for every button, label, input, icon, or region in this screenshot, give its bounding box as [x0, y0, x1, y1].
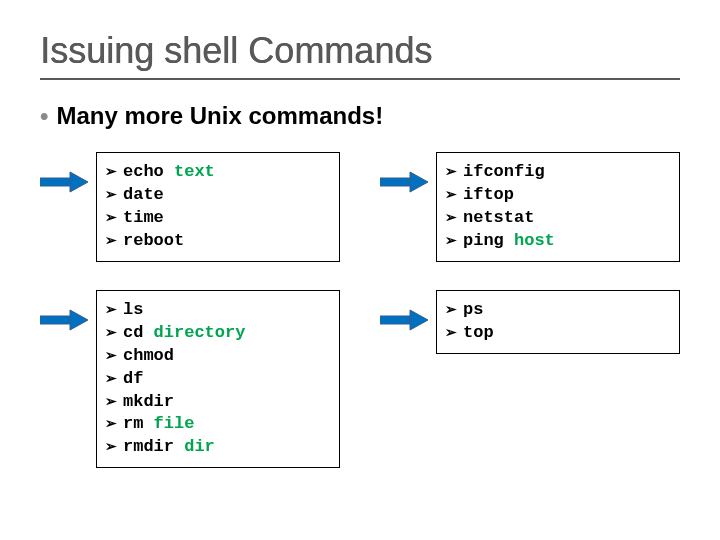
list-item: ➢rm file	[105, 413, 327, 436]
command-text: rm	[123, 413, 154, 436]
chevron-right-icon: ➢	[105, 185, 123, 204]
chevron-right-icon: ➢	[105, 231, 123, 250]
cell-1: ➢ifconfig➢iftop➢netstat➢ping host	[380, 152, 680, 262]
list-item: ➢cd directory	[105, 322, 327, 345]
command-text: mkdir	[123, 391, 174, 414]
chevron-right-icon: ➢	[105, 300, 123, 319]
list-item: ➢top	[445, 322, 667, 345]
subtitle-text: Many more Unix commands!	[56, 102, 383, 129]
list-item: ➢df	[105, 368, 327, 391]
cell-0: ➢echo text➢date➢time➢reboot	[40, 152, 340, 262]
arrow-icon	[40, 308, 88, 332]
chevron-right-icon: ➢	[105, 346, 123, 365]
svg-rect-6	[380, 316, 410, 324]
list-item: ➢ifconfig	[445, 161, 667, 184]
command-box: ➢ps➢top	[436, 290, 680, 354]
arrow-icon	[380, 308, 428, 332]
svg-marker-3	[410, 172, 428, 192]
command-text: top	[463, 322, 494, 345]
chevron-right-icon: ➢	[445, 231, 463, 250]
command-text: ifconfig	[463, 161, 545, 184]
arrow-icon	[380, 170, 428, 194]
list-item: ➢rmdir dir	[105, 436, 327, 459]
slide-subtitle: •Many more Unix commands!	[40, 102, 680, 130]
command-box: ➢echo text➢date➢time➢reboot	[96, 152, 340, 262]
chevron-right-icon: ➢	[445, 185, 463, 204]
bullet-dot: •	[40, 102, 48, 129]
list-item: ➢chmod	[105, 345, 327, 368]
list-item: ➢time	[105, 207, 327, 230]
argument-text: text	[174, 161, 215, 184]
list-item: ➢date	[105, 184, 327, 207]
chevron-right-icon: ➢	[445, 162, 463, 181]
list-item: ➢ping host	[445, 230, 667, 253]
list-item: ➢ps	[445, 299, 667, 322]
chevron-right-icon: ➢	[445, 208, 463, 227]
chevron-right-icon: ➢	[445, 323, 463, 342]
chevron-right-icon: ➢	[105, 392, 123, 411]
argument-text: dir	[184, 436, 215, 459]
chevron-right-icon: ➢	[105, 437, 123, 456]
command-text: ping	[463, 230, 514, 253]
cell-3: ➢ps➢top	[380, 290, 680, 469]
command-text: ls	[123, 299, 143, 322]
command-text: iftop	[463, 184, 514, 207]
svg-rect-0	[40, 178, 70, 186]
row-1: ➢echo text➢date➢time➢reboot ➢ifconfig➢if…	[40, 152, 680, 262]
slide-title: Issuing shell Commands	[40, 30, 680, 80]
chevron-right-icon: ➢	[105, 208, 123, 227]
chevron-right-icon: ➢	[105, 162, 123, 181]
arrow-icon	[40, 170, 88, 194]
cell-2: ➢ls➢cd directory➢chmod➢df➢mkdir➢rm file➢…	[40, 290, 340, 469]
list-item: ➢reboot	[105, 230, 327, 253]
command-text: df	[123, 368, 143, 391]
chevron-right-icon: ➢	[105, 323, 123, 342]
row-2: ➢ls➢cd directory➢chmod➢df➢mkdir➢rm file➢…	[40, 290, 680, 469]
command-text: ps	[463, 299, 483, 322]
list-item: ➢netstat	[445, 207, 667, 230]
chevron-right-icon: ➢	[105, 414, 123, 433]
command-text: date	[123, 184, 164, 207]
svg-marker-1	[70, 172, 88, 192]
chevron-right-icon: ➢	[445, 300, 463, 319]
svg-marker-5	[70, 310, 88, 330]
chevron-right-icon: ➢	[105, 369, 123, 388]
argument-text: file	[154, 413, 195, 436]
list-item: ➢echo text	[105, 161, 327, 184]
svg-rect-4	[40, 316, 70, 324]
list-item: ➢mkdir	[105, 391, 327, 414]
command-text: reboot	[123, 230, 184, 253]
svg-marker-7	[410, 310, 428, 330]
list-item: ➢iftop	[445, 184, 667, 207]
command-text: rmdir	[123, 436, 184, 459]
command-box: ➢ifconfig➢iftop➢netstat➢ping host	[436, 152, 680, 262]
argument-text: directory	[154, 322, 246, 345]
command-box: ➢ls➢cd directory➢chmod➢df➢mkdir➢rm file➢…	[96, 290, 340, 469]
command-text: echo	[123, 161, 174, 184]
list-item: ➢ls	[105, 299, 327, 322]
command-text: chmod	[123, 345, 174, 368]
svg-rect-2	[380, 178, 410, 186]
command-text: time	[123, 207, 164, 230]
argument-text: host	[514, 230, 555, 253]
command-text: cd	[123, 322, 154, 345]
command-text: netstat	[463, 207, 534, 230]
